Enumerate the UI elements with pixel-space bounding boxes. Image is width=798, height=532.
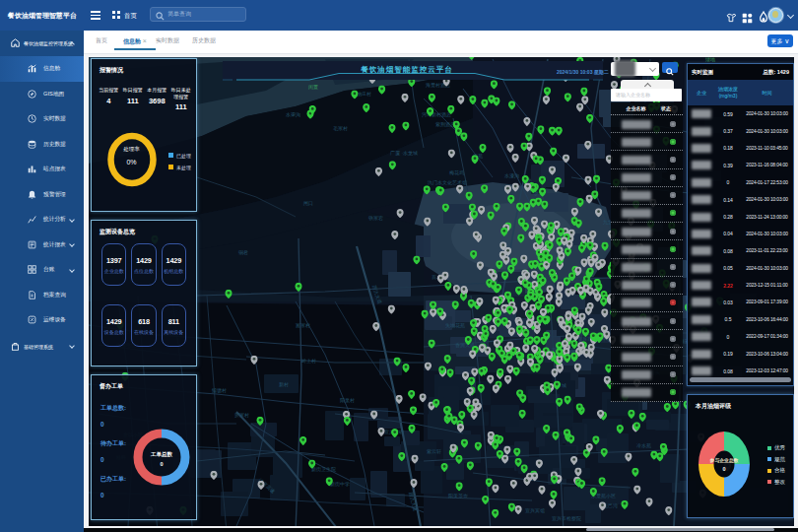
svg-text:岭上村: 岭上村 — [301, 358, 316, 365]
svg-text:纳庄村: 纳庄村 — [357, 91, 371, 98]
svg-text:0: 0 — [722, 466, 725, 472]
svg-text:绿地: 绿地 — [705, 57, 715, 62]
svg-text:富家村: 富家村 — [296, 322, 310, 329]
svg-text:鲸塘村: 鲸塘村 — [212, 387, 227, 394]
svg-text:闲置: 闲置 — [308, 84, 318, 91]
svg-text:新村: 新村 — [279, 381, 289, 388]
svg-text:新街卫生院: 新街卫生院 — [311, 466, 336, 473]
svg-text:参与企业总数: 参与企业总数 — [709, 457, 739, 464]
svg-text:0: 0 — [160, 461, 163, 467]
svg-text:水渠沟: 水渠沟 — [286, 111, 300, 118]
svg-text:紫云轩: 紫云轩 — [427, 448, 441, 454]
svg-text:闸口: 闸口 — [303, 200, 313, 207]
svg-text:工单总数: 工单总数 — [150, 450, 173, 457]
svg-text:毛家村: 毛家村 — [333, 125, 348, 132]
svg-text:水漆沟: 水漆沟 — [504, 172, 519, 179]
svg-text:铜君: 铜君 — [238, 249, 248, 255]
svg-text:贺家村: 贺家村 — [234, 412, 249, 419]
svg-text:阳泉村: 阳泉村 — [340, 397, 355, 404]
svg-text:宜兴市检察院: 宜兴市检察院 — [552, 515, 581, 522]
svg-text:失地花苑: 失地花苑 — [445, 322, 465, 329]
svg-text:梅花坞: 梅花坞 — [449, 169, 464, 176]
svg-text:宜兴宾馆: 宜兴宾馆 — [525, 507, 545, 513]
svg-text:冷水苑: 冷水苑 — [636, 442, 651, 449]
svg-text:香润天成: 香润天成 — [455, 342, 475, 349]
svg-text:新街中学: 新街中学 — [330, 481, 350, 488]
svg-text:广厦 ·水龙城: 广厦 ·水龙城 — [390, 150, 418, 157]
svg-text:铁家宕: 铁家宕 — [368, 215, 383, 221]
svg-text:紫荆酒店: 紫荆酒店 — [435, 121, 455, 128]
svg-text:阳羡茶壶: 阳羡茶壶 — [448, 493, 468, 499]
svg-text:河埒新村酒店: 河埒新村酒店 — [422, 111, 451, 118]
